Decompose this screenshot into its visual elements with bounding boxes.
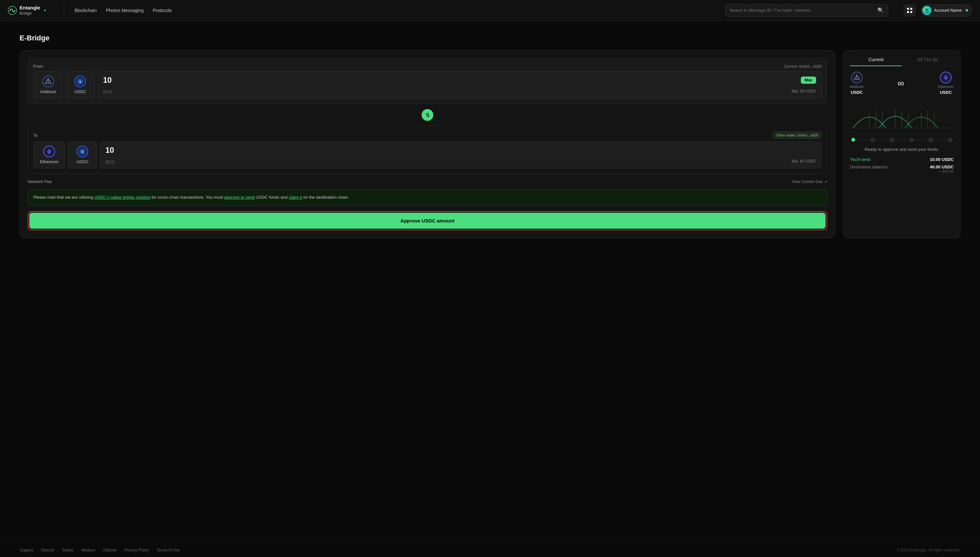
max-button[interactable]: Max [801,77,816,84]
dest-balance-label: Destination balance: [850,164,889,169]
search-icon: 🔍 [877,7,884,13]
from-chain-name: Arbitrum [850,85,864,89]
from-amount-usd: ($10) [103,90,112,94]
tx-details: You'll send 10.00 USDC Destination balan… [850,157,954,173]
progress-dot-2 [871,138,875,142]
nav-blockchain[interactable]: Blockchain [75,8,97,13]
from-token-button[interactable]: $ USDC [65,71,95,98]
svg-text:$: $ [80,80,81,83]
to-amount-usd: ($10) [105,160,114,164]
navbar: Entangle Bridge ▾ Blockchain Photon Mess… [0,0,980,21]
to-chain-button[interactable]: Ethereum [33,142,65,168]
logo-dropdown-icon[interactable]: ▾ [44,8,46,13]
swap-direction-button[interactable]: ⇅ [422,109,433,121]
notice-box: Please note that we are utilizing USDC's… [28,189,827,206]
grid-icon-button[interactable] [904,5,915,16]
approve-usdc-button[interactable]: Approve USDC amount [29,213,825,229]
notice-link-1[interactable]: USDC's native bridge solution [94,195,150,200]
from-current-address: Current: 0x0ed...dd28 [784,64,822,69]
arbitrum-icon [42,76,54,87]
main-content: E-Bridge From Current: 0x0ed...dd28 [0,21,980,543]
search-area[interactable]: 🔍 [725,4,888,16]
to-chain-token: USDC [940,90,952,95]
to-token-button[interactable]: $ USDC [68,142,97,168]
progress-dot-3 [890,138,894,142]
brand-name: Entangle [20,5,40,11]
dest-balance-sub: ≈ $40.00 [939,169,954,173]
account-avatar [922,6,931,15]
view-gas-link[interactable]: View Current Gas ↗ [792,179,827,184]
bridge-chart [850,100,954,133]
progress-line-4 [913,140,929,140]
svg-text:$: $ [82,150,83,153]
to-chain-circle-icon [940,72,952,83]
progress-dot-1 [851,138,855,142]
to-chain-name: Ethereum [938,85,954,89]
from-balance: Bal: 28 USDC [792,89,816,93]
progress-dot-4 [910,138,913,142]
svg-rect-4 [910,8,912,10]
from-token-label: USDC [74,89,86,94]
notice-link-3[interactable]: claim it [289,195,302,200]
footer-medium[interactable]: Medium [81,548,96,552]
tab-current[interactable]: Current [850,57,902,66]
infinity-bridge-icon: ∞ [898,78,904,89]
progress-dot-6 [948,138,952,142]
from-label: From [33,64,43,69]
from-chain-circle-icon [851,72,863,83]
from-chain-token: USDC [851,90,863,95]
tab-all-txs[interactable]: All Txs (6) [902,57,954,66]
svg-point-2 [14,10,15,11]
view-gas-text: View Current Gas [792,179,823,184]
notice-link-2[interactable]: approve to send [224,195,254,200]
svg-rect-6 [910,11,912,13]
footer-terms[interactable]: Terms of Use [157,548,180,552]
dest-balance-row: Destination balance: 40.00 USDC ≈ $40.00 [850,164,954,173]
progress-line-1 [855,140,871,140]
from-section: From Current: 0x0ed...dd28 Arbitrum [28,58,827,104]
footer-gitbook[interactable]: Gitbook [103,548,117,552]
search-input[interactable] [729,8,875,13]
footer-discord[interactable]: Discord [41,548,54,552]
footer-privacy[interactable]: Privacy Policy [124,548,149,552]
account-button[interactable]: Account Name [921,4,972,16]
from-chain-button[interactable]: Arbitrum [33,71,63,98]
from-label-row: From Current: 0x0ed...dd28 [33,64,822,69]
to-chain-info: Ethereum USDC [938,72,954,95]
tx-chain-row: Arbitrum USDC ∞ Ethereum USDC [850,72,954,95]
footer-support[interactable]: Support [20,548,33,552]
progress-row [850,138,954,142]
from-chain-label: Arbitrum [40,89,56,94]
you-send-label: You'll send [850,157,870,162]
footer-twitter[interactable]: Twitter [62,548,73,552]
to-label-row: To Other wallet: 0x0ed...dd28 [33,132,822,139]
notice-middle: for cross-chain transactions. You must [150,195,224,200]
to-amount-value: 10 [105,146,114,155]
svg-point-7 [926,8,928,11]
bridge-layout: From Current: 0x0ed...dd28 Arbitrum [20,50,960,238]
nav-links: Blockchain Photon Messaging Protocols [75,8,172,13]
svg-rect-5 [907,11,909,13]
to-label: To [33,133,38,138]
footer-copyright: © 2024 Entangle. All rights reserved. [897,548,960,552]
nav-right: Account Name [904,4,972,16]
nav-divider [64,5,64,16]
svg-point-1 [10,10,11,11]
you-send-value: 10.00 USDC [930,157,954,162]
logo-text: Entangle Bridge [20,5,40,16]
status-text: Ready to approve and send your funds. [850,147,954,152]
to-balance: Bal: 40 USDC [792,159,816,163]
progress-dot-5 [929,138,933,142]
nav-photon-messaging[interactable]: Photon Messaging [106,8,144,13]
network-fee-label: Network Fee [28,179,52,184]
external-link-icon: ↗ [824,179,827,184]
notice-suffix: on the destination chain. [302,195,349,200]
right-panel: Current All Txs (6) Arbitrum USDC ∞ [843,50,960,238]
entangle-logo-icon [8,6,17,15]
from-amount-box: 10 Max ($10) Bal: 28 USDC [98,71,822,98]
progress-line-5 [933,140,948,140]
nav-protocols[interactable]: Protocols [153,8,172,13]
to-chain-label: Ethereum [40,159,58,164]
network-fee-row: Network Fee View Current Gas ↗ [28,179,827,184]
logo-area[interactable]: Entangle Bridge ▾ [8,5,54,16]
